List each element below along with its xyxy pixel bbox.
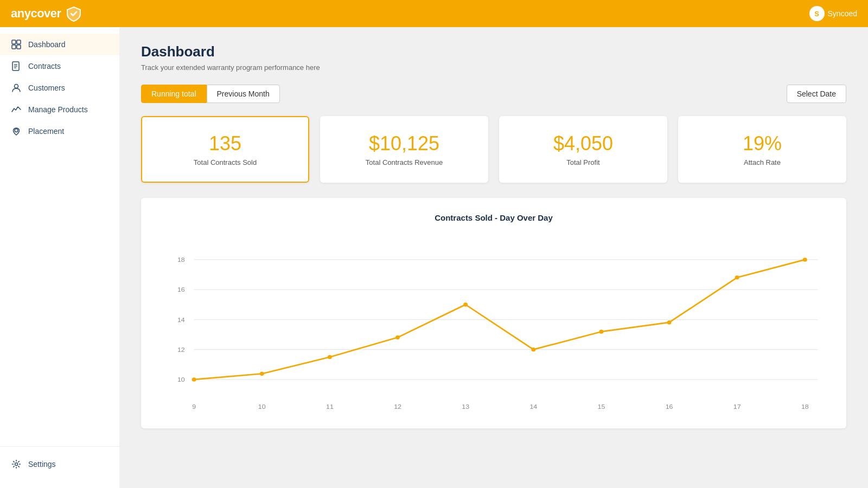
data-point-16 — [667, 320, 672, 324]
x-label-14: 14 — [529, 403, 537, 410]
data-point-14 — [531, 348, 535, 351]
metric-value-contracts-sold: 135 — [209, 132, 241, 155]
data-point-11 — [328, 355, 332, 359]
metric-label-attach-rate: Attach Rate — [744, 158, 781, 166]
metric-card-contracts-revenue: $10,125 Total Contracts Revenue — [320, 116, 488, 183]
metric-card-attach-rate: 19% Attach Rate — [678, 116, 846, 183]
sidebar-item-contracts[interactable]: Contracts — [0, 55, 119, 77]
logo-text: anycover — [11, 7, 61, 21]
svg-rect-3 — [17, 45, 21, 49]
placement-icon — [11, 126, 22, 137]
page-subtitle: Track your extended warranty program per… — [141, 63, 846, 72]
data-point-12 — [395, 336, 400, 339]
metric-card-total-profit: $4,050 Total Profit — [499, 116, 667, 183]
svg-rect-0 — [12, 40, 16, 44]
settings-icon — [11, 459, 22, 470]
metric-value-contracts-revenue: $10,125 — [369, 132, 439, 155]
svg-point-8 — [15, 85, 18, 88]
sidebar-item-dashboard[interactable]: Dashboard — [0, 34, 119, 55]
running-total-button[interactable]: Running total — [141, 85, 207, 103]
data-point-18 — [803, 258, 807, 261]
customers-icon — [11, 82, 22, 93]
x-label-10: 10 — [258, 403, 266, 410]
x-label-13: 13 — [462, 403, 469, 410]
x-label-9: 9 — [192, 403, 196, 410]
chart-container: Contracts Sold - Day Over Day — [141, 198, 846, 428]
sidebar-placement-label: Placement — [28, 127, 64, 136]
chart-area: 10 12 14 16 18 9 10 11 12 13 14 15 16 17 — [157, 233, 830, 418]
previous-month-button[interactable]: Previous Month — [207, 85, 280, 103]
metric-label-contracts-revenue: Total Contracts Revenue — [366, 158, 443, 166]
svg-rect-1 — [17, 40, 21, 44]
data-point-9 — [192, 377, 196, 381]
sidebar-bottom: Settings — [0, 446, 119, 481]
sidebar-manage-products-label: Manage Products — [28, 105, 88, 114]
x-label-15: 15 — [598, 403, 605, 410]
x-label-17: 17 — [733, 403, 741, 410]
data-point-15 — [599, 330, 603, 333]
page-title: Dashboard — [141, 43, 846, 60]
sidebar: Dashboard Contracts Customers — [0, 27, 119, 488]
filter-buttons: Running total Previous Month — [141, 85, 280, 103]
chart-title: Contracts Sold - Day Over Day — [157, 213, 830, 222]
y-label-14: 14 — [177, 316, 185, 324]
y-label-18: 18 — [177, 256, 185, 264]
sidebar-customers-label: Customers — [28, 84, 65, 92]
sidebar-settings-label: Settings — [28, 460, 56, 468]
sidebar-item-customers[interactable]: Customers — [0, 77, 119, 99]
data-point-17 — [735, 275, 739, 279]
sidebar-contracts-label: Contracts — [28, 62, 61, 70]
user-avatar: S — [809, 6, 825, 21]
metric-card-contracts-sold: 135 Total Contracts Sold — [141, 116, 309, 183]
x-label-11: 11 — [326, 403, 334, 410]
metric-value-attach-rate: 19% — [743, 132, 782, 155]
y-label-16: 16 — [177, 286, 185, 294]
y-label-12: 12 — [177, 346, 185, 354]
sidebar-item-manage-products[interactable]: Manage Products — [0, 99, 119, 120]
top-navigation: anycover S Syncoed — [0, 0, 868, 27]
data-point-10 — [260, 372, 264, 376]
data-point-13 — [463, 303, 468, 306]
sidebar-item-settings[interactable]: Settings — [0, 453, 119, 475]
metric-label-total-profit: Total Profit — [566, 158, 599, 166]
logo: anycover — [11, 5, 82, 22]
svg-point-9 — [15, 129, 18, 132]
y-label-10: 10 — [177, 376, 185, 383]
svg-point-10 — [15, 463, 18, 466]
dashboard-icon — [11, 39, 22, 50]
filter-bar: Running total Previous Month Select Date — [141, 85, 846, 103]
x-label-16: 16 — [666, 403, 673, 410]
user-name: Syncoed — [828, 9, 857, 18]
manage-products-icon — [11, 104, 22, 115]
main-content: Dashboard Track your extended warranty p… — [119, 27, 868, 488]
svg-rect-2 — [12, 45, 16, 49]
metrics-row: 135 Total Contracts Sold $10,125 Total C… — [141, 116, 846, 183]
sidebar-dashboard-label: Dashboard — [28, 40, 66, 49]
x-label-12: 12 — [394, 403, 401, 410]
metric-label-contracts-sold: Total Contracts Sold — [194, 158, 257, 166]
contracts-icon — [11, 61, 22, 72]
metric-value-total-profit: $4,050 — [553, 132, 613, 155]
user-area[interactable]: S Syncoed — [809, 6, 857, 21]
x-label-18: 18 — [801, 403, 809, 410]
sidebar-item-placement[interactable]: Placement — [0, 120, 119, 142]
logo-shield-icon — [66, 5, 82, 22]
select-date-button[interactable]: Select Date — [787, 85, 846, 103]
